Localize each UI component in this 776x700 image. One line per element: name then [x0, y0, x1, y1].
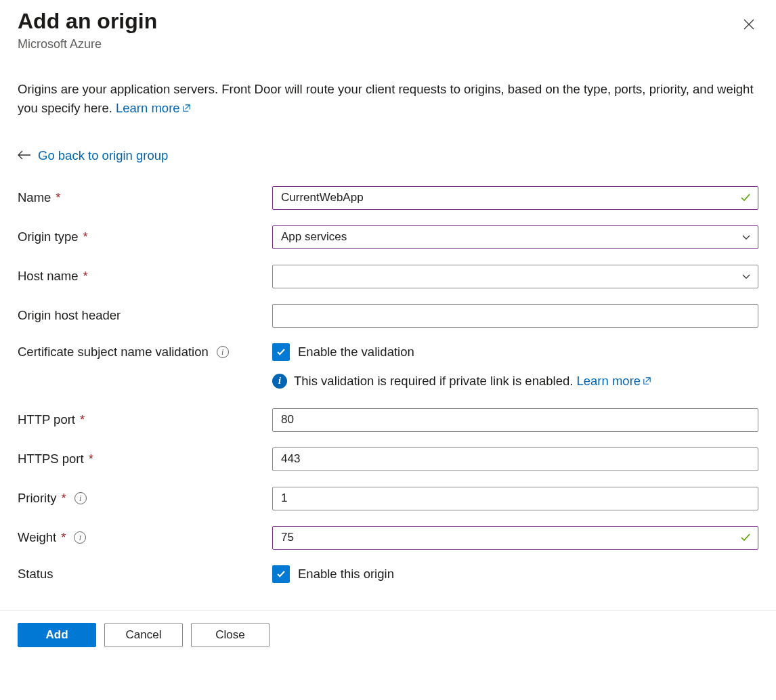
learn-more-link[interactable]: Learn more — [116, 101, 192, 115]
info-icon[interactable]: i — [74, 531, 86, 544]
origin-type-label: Origin type — [18, 229, 78, 244]
check-icon — [275, 346, 287, 358]
field-origin-type: Origin type* App services — [18, 225, 758, 249]
cancel-button[interactable]: Cancel — [104, 623, 183, 647]
required-icon: * — [89, 452, 93, 466]
cert-validation-label: Certificate subject name validation — [18, 345, 209, 359]
field-priority: Priority*i — [18, 487, 758, 510]
status-label: Status — [18, 567, 53, 582]
field-name: Name* — [18, 186, 758, 210]
field-status: Status Enable this origin — [18, 565, 758, 583]
check-icon — [275, 568, 287, 580]
weight-label: Weight — [18, 530, 56, 545]
description-text: Origins are your application servers. Fr… — [18, 80, 758, 118]
cert-validation-checkbox[interactable] — [272, 343, 290, 361]
https-port-input[interactable] — [272, 447, 758, 471]
http-port-input[interactable] — [272, 408, 758, 432]
cert-validation-info-text: This validation is required if private l… — [294, 374, 577, 388]
info-badge-icon: i — [272, 374, 287, 389]
footer-actions: Add Cancel Close — [0, 610, 776, 665]
panel-title: Add an origin — [18, 9, 157, 33]
name-label: Name — [18, 190, 51, 205]
host-name-select[interactable] — [272, 265, 758, 288]
https-port-label: HTTPS port — [18, 452, 84, 466]
info-icon[interactable]: i — [74, 492, 87, 504]
back-to-origin-group-link[interactable]: Go back to origin group — [38, 148, 168, 163]
required-icon: * — [62, 491, 66, 506]
back-arrow-icon — [18, 148, 31, 163]
host-name-label: Host name — [18, 269, 78, 284]
close-icon — [742, 18, 756, 31]
priority-input[interactable] — [272, 487, 758, 510]
required-icon: * — [83, 269, 87, 284]
name-input[interactable] — [272, 186, 758, 210]
external-link-icon — [181, 100, 192, 118]
origin-host-header-label: Origin host header — [18, 308, 121, 323]
origin-host-header-input[interactable] — [272, 304, 758, 328]
status-checkbox[interactable] — [272, 565, 290, 583]
field-https-port: HTTPS port* — [18, 447, 758, 471]
external-link-icon — [642, 374, 652, 389]
close-button[interactable]: Close — [191, 623, 270, 647]
required-icon: * — [56, 190, 60, 205]
priority-label: Priority — [18, 491, 57, 506]
field-origin-host-header: Origin host header — [18, 304, 758, 328]
field-cert-validation: Certificate subject name validationi Ena… — [18, 343, 758, 361]
field-http-port: HTTP port* — [18, 408, 758, 432]
add-button[interactable]: Add — [18, 623, 96, 647]
origin-type-select[interactable]: App services — [272, 225, 758, 249]
status-checkbox-label: Enable this origin — [298, 567, 394, 582]
cert-validation-info: i This validation is required if private… — [272, 374, 758, 389]
field-weight: Weight*i — [18, 526, 758, 550]
required-icon: * — [83, 229, 87, 244]
info-icon[interactable]: i — [217, 346, 229, 358]
required-icon: * — [61, 530, 66, 545]
cert-validation-learn-more-link[interactable]: Learn more — [577, 374, 653, 388]
close-icon-button[interactable] — [739, 15, 758, 36]
http-port-label: HTTP port — [18, 412, 75, 427]
cert-validation-checkbox-label: Enable the validation — [298, 345, 414, 359]
weight-input[interactable] — [272, 526, 758, 550]
panel-subtitle: Microsoft Azure — [18, 37, 157, 51]
required-icon: * — [80, 412, 85, 427]
field-host-name: Host name* — [18, 265, 758, 288]
